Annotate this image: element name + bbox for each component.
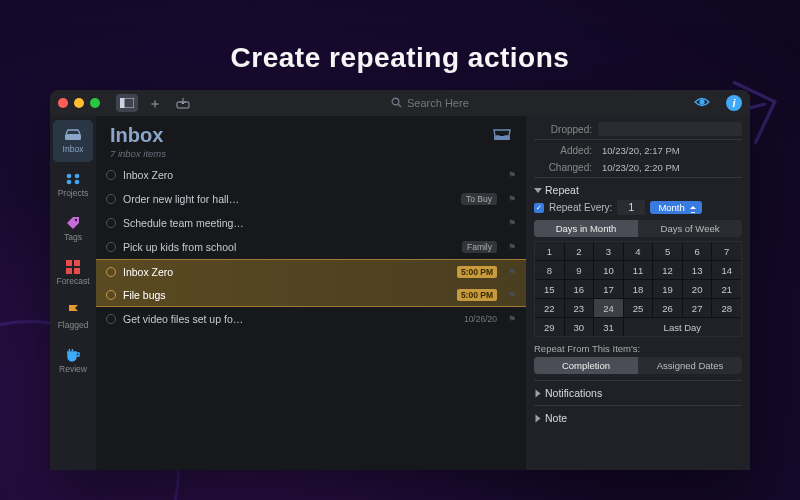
sidebar-item-forecast[interactable]: Forecast xyxy=(53,252,93,294)
day-cell[interactable]: 8 xyxy=(535,261,564,279)
seg-days-of-week[interactable]: Days of Week xyxy=(638,220,742,237)
sidebar-item-label: Inbox xyxy=(63,144,84,154)
cup-icon xyxy=(64,348,82,362)
repeat-checkbox[interactable]: ✓ xyxy=(534,203,544,213)
day-cell[interactable]: 5 xyxy=(653,242,682,260)
quick-entry-button[interactable] xyxy=(172,94,194,112)
view-options-button[interactable] xyxy=(694,97,710,109)
day-cell[interactable]: 4 xyxy=(624,242,653,260)
toggle-sidebar-button[interactable] xyxy=(116,94,138,112)
tag-badge[interactable]: Family xyxy=(462,241,497,253)
complete-checkbox[interactable] xyxy=(106,314,116,324)
svg-point-9 xyxy=(67,180,72,185)
day-cell[interactable]: 12 xyxy=(653,261,682,279)
day-cell[interactable]: 2 xyxy=(565,242,594,260)
day-cell[interactable]: 24 xyxy=(594,299,623,317)
dropped-field[interactable] xyxy=(598,122,742,136)
task-row[interactable]: Pick up kids from schoolFamily⚑ xyxy=(96,235,526,259)
complete-checkbox[interactable] xyxy=(106,290,116,300)
svg-rect-12 xyxy=(66,260,72,266)
notifications-section-header[interactable]: Notifications xyxy=(534,387,742,399)
repeat-interval-field[interactable] xyxy=(617,200,645,215)
perspective-title: Inbox xyxy=(110,124,166,147)
day-cell[interactable]: 15 xyxy=(535,280,564,298)
complete-checkbox[interactable] xyxy=(106,242,116,252)
day-cell[interactable]: 29 xyxy=(535,318,564,336)
seg-days-in-month[interactable]: Days in Month xyxy=(534,220,638,237)
page-banner: Create repeating actions xyxy=(0,42,800,74)
day-cell[interactable]: 23 xyxy=(565,299,594,317)
search-input[interactable] xyxy=(407,97,497,109)
svg-rect-13 xyxy=(74,260,80,266)
repeat-mode-segmented[interactable]: Days in Month Days of Week xyxy=(534,220,742,237)
task-title: Get video files set up fo… xyxy=(123,313,457,325)
repeat-from-segmented[interactable]: Completion Assigned Dates xyxy=(534,357,742,374)
day-cell[interactable]: 18 xyxy=(624,280,653,298)
flag-icon[interactable]: ⚑ xyxy=(508,290,516,300)
tag-badge[interactable]: To Buy xyxy=(461,193,497,205)
flag-icon[interactable]: ⚑ xyxy=(508,314,516,324)
flag-icon[interactable]: ⚑ xyxy=(508,170,516,180)
day-cell[interactable]: 30 xyxy=(565,318,594,336)
day-cell[interactable]: 31 xyxy=(594,318,623,336)
sidebar-item-tags[interactable]: Tags xyxy=(53,208,93,250)
close-icon[interactable] xyxy=(58,98,68,108)
sidebar-item-projects[interactable]: Projects xyxy=(53,164,93,206)
day-cell[interactable]: 7 xyxy=(712,242,741,260)
sidebar-item-review[interactable]: Review xyxy=(53,340,93,382)
minimize-icon[interactable] xyxy=(74,98,84,108)
task-row[interactable]: Get video files set up fo…10/26/20⚑ xyxy=(96,307,526,331)
day-cell[interactable]: 17 xyxy=(594,280,623,298)
day-cell[interactable]: 21 xyxy=(712,280,741,298)
complete-checkbox[interactable] xyxy=(106,267,116,277)
day-cell[interactable]: 3 xyxy=(594,242,623,260)
clusters-icon xyxy=(64,172,82,186)
task-row[interactable]: Schedule team meeting…⚑ xyxy=(96,211,526,235)
last-day-cell[interactable]: Last Day xyxy=(624,318,741,336)
complete-checkbox[interactable] xyxy=(106,194,116,204)
repeat-section-header[interactable]: Repeat xyxy=(534,184,742,196)
flag-icon[interactable]: ⚑ xyxy=(508,242,516,252)
day-cell[interactable]: 19 xyxy=(653,280,682,298)
changed-value: 10/23/20, 2:20 PM xyxy=(598,160,742,174)
grid-icon xyxy=(64,260,82,274)
repeat-unit-select[interactable]: Month xyxy=(650,201,701,214)
day-cell[interactable]: 27 xyxy=(683,299,712,317)
flag-icon xyxy=(64,304,82,318)
task-row[interactable]: Inbox Zero5:00 PM⚑ xyxy=(96,259,526,283)
sidebar-item-flagged[interactable]: Flagged xyxy=(53,296,93,338)
day-cell[interactable]: 10 xyxy=(594,261,623,279)
day-cell[interactable]: 22 xyxy=(535,299,564,317)
inspector-toggle-button[interactable]: i xyxy=(726,95,742,111)
task-row[interactable]: Order new light for hall…To Buy⚑ xyxy=(96,187,526,211)
titlebar: ＋ i xyxy=(50,90,750,116)
day-cell[interactable]: 16 xyxy=(565,280,594,298)
tag-icon xyxy=(64,216,82,230)
complete-checkbox[interactable] xyxy=(106,218,116,228)
task-row[interactable]: File bugs5:00 PM⚑ xyxy=(96,283,526,307)
flag-icon[interactable]: ⚑ xyxy=(508,194,516,204)
zoom-icon[interactable] xyxy=(90,98,100,108)
day-cell[interactable]: 13 xyxy=(683,261,712,279)
repeat-every-label: Repeat Every: xyxy=(549,202,612,213)
new-action-button[interactable]: ＋ xyxy=(144,94,166,112)
day-cell[interactable]: 25 xyxy=(624,299,653,317)
sidebar-item-inbox[interactable]: Inbox xyxy=(53,120,93,162)
day-cell[interactable]: 6 xyxy=(683,242,712,260)
day-cell[interactable]: 9 xyxy=(565,261,594,279)
complete-checkbox[interactable] xyxy=(106,170,116,180)
note-section-header[interactable]: Note xyxy=(534,412,742,424)
day-cell[interactable]: 11 xyxy=(624,261,653,279)
day-cell[interactable]: 1 xyxy=(535,242,564,260)
flag-icon[interactable]: ⚑ xyxy=(508,267,516,277)
day-cell[interactable]: 28 xyxy=(712,299,741,317)
flag-icon[interactable]: ⚑ xyxy=(508,218,516,228)
task-title: Inbox Zero xyxy=(123,169,497,181)
day-cell[interactable]: 26 xyxy=(653,299,682,317)
day-cell[interactable]: 20 xyxy=(683,280,712,298)
seg-assigned-dates[interactable]: Assigned Dates xyxy=(638,357,742,374)
month-day-picker[interactable]: 1234567891011121314151617181920212223242… xyxy=(534,241,742,337)
task-row[interactable]: Inbox Zero⚑ xyxy=(96,163,526,187)
seg-completion[interactable]: Completion xyxy=(534,357,638,374)
day-cell[interactable]: 14 xyxy=(712,261,741,279)
